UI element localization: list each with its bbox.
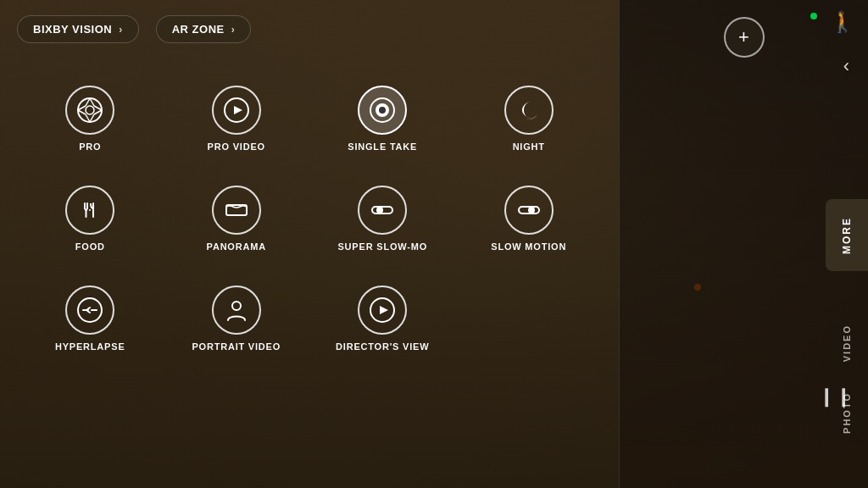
mode-item-night[interactable]: NIGHT [456,69,603,169]
mode-icon-single-take [358,86,407,135]
panorama-icon [223,197,250,224]
ar-zone-arrow: › [231,24,236,36]
top-bar: BIXBY VISION › AR ZONE › [0,0,619,52]
svg-rect-20 [226,205,247,215]
back-icon[interactable]: ‹ [843,55,849,77]
video-label: VIDEO [842,324,852,362]
main-panel: BIXBY VISION › AR ZONE › [0,0,619,488]
mode-item-directors-view[interactable]: DIRECTOR'S VIEW [309,269,456,369]
ar-zone-button[interactable]: AR ZONE › [156,15,252,43]
aperture-icon [76,97,103,124]
mode-label-pro-video: PRO VIDEO [208,141,265,152]
svg-point-25 [78,298,102,322]
portrait-video-icon [223,297,250,324]
svg-point-1 [86,106,94,114]
svg-point-24 [528,207,535,214]
mode-item-food[interactable]: FOOD [17,169,164,269]
mode-item-single-take[interactable]: SINGLE TAKE [309,69,456,169]
mode-item-empty [456,269,603,369]
mode-label-portrait-video: PORTRAIT VIDEO [192,341,281,352]
bixby-vision-button[interactable]: BIXBY VISION › [17,15,139,43]
ar-zone-label: AR ZONE [172,23,225,36]
add-icon: + [738,26,749,48]
status-dot [810,13,817,19]
mode-item-hyperlapse[interactable]: HYPERLAPSE [17,269,164,369]
bixby-vision-label: BIXBY VISION [33,23,112,36]
right-panel: 🚶 + ‹ MORE VIDEO PHOTO ❙❙ [619,0,868,488]
mode-item-pro-video[interactable]: PRO VIDEO [164,69,310,169]
svg-point-30 [232,302,241,310]
svg-point-22 [376,207,383,214]
mode-label-slow-motion: SLOW MOTION [491,241,566,252]
mode-icon-night [504,86,554,135]
food-icon [76,197,103,224]
svg-point-0 [78,98,102,122]
single-take-icon [369,97,396,124]
svg-marker-32 [380,306,388,314]
mode-icon-directors-view [358,286,407,335]
mode-icon-pro-video [212,86,261,135]
mode-item-panorama[interactable]: PANORAMA [164,169,310,269]
mode-grid: PRO PRO VIDEO SINGLE TAKE [0,60,619,377]
mode-label-night: NIGHT [513,141,545,152]
mode-item-slow-motion[interactable]: SLOW MOTION [456,169,603,269]
directors-view-icon [369,297,396,324]
mode-item-super-slow-mo[interactable]: SUPER SLOW-MO [309,169,456,269]
mode-icon-panorama [212,186,261,235]
video-tab[interactable]: VIDEO [830,320,864,367]
slow-motion-icon [515,197,542,224]
pro-video-icon [223,97,250,124]
mode-icon-portrait-video [212,286,261,335]
bixby-vision-arrow: › [119,24,123,36]
moon-icon [515,97,542,124]
mode-icon-hyperlapse [65,286,114,335]
svg-line-29 [86,310,90,313]
mode-label-super-slow-mo: SUPER SLOW-MO [337,241,427,252]
hyperlapse-icon [76,297,103,324]
mode-item-portrait-video[interactable]: PORTRAIT VIDEO [164,269,310,369]
svg-marker-11 [234,106,242,114]
mode-icon-slow-motion [504,186,554,235]
mode-item-pro[interactable]: PRO [17,69,164,169]
mode-label-food: FOOD [75,241,105,252]
mode-icon-food [65,186,114,235]
add-button[interactable]: + [724,17,765,58]
mode-label-hyperlapse: HYPERLAPSE [55,341,125,352]
mode-label-single-take: SINGLE TAKE [348,141,417,152]
mode-label-panorama: PANORAMA [207,241,266,252]
more-tab[interactable]: MORE [826,199,868,271]
mode-icon-super-slow-mo [358,186,407,235]
pause-icon: ❙❙ [819,385,853,408]
more-label: MORE [841,217,853,254]
svg-point-15 [89,209,91,211]
super-slow-mo-icon [369,197,396,224]
svg-point-14 [379,107,386,114]
mode-label-directors-view: DIRECTOR'S VIEW [336,341,429,352]
mode-icon-pro [65,86,114,135]
mode-label-pro: PRO [79,141,101,152]
person-icon: 🚶 [830,10,855,34]
